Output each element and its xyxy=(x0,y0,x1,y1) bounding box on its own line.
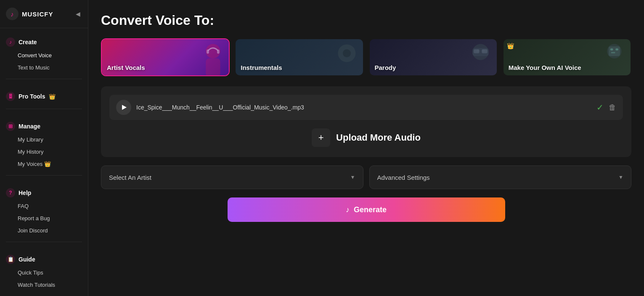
sidebar-item-faq[interactable]: FAQ xyxy=(0,200,88,212)
page-title: Convert Voice To: xyxy=(101,13,631,28)
category-card-parody[interactable]: Parody xyxy=(369,38,498,76)
divider-4 xyxy=(6,242,82,242)
create-section-icon: ♪ xyxy=(6,37,15,47)
track-filename: Ice_Spice___Munch__Feelin__U___Official_… xyxy=(136,104,591,111)
dropdowns-row: Select An Artist ▼ Advanced Settings ▼ xyxy=(101,165,631,189)
generate-button[interactable]: ♪ Generate xyxy=(228,197,505,222)
svg-point-5 xyxy=(343,49,351,57)
sidebar-item-join-discord[interactable]: Join Discord xyxy=(0,224,88,237)
guide-label: Guide xyxy=(19,256,35,263)
card-instrumentals-label: Instrumentals xyxy=(241,64,282,71)
sidebar-item-my-history[interactable]: My History xyxy=(0,146,88,158)
sidebar-section-create-header[interactable]: ♪ Create xyxy=(0,35,88,49)
card-artist-vocals-label: Artist Vocals xyxy=(107,64,145,71)
sidebar-item-my-library[interactable]: My Library xyxy=(0,133,88,146)
svg-rect-3 xyxy=(217,50,220,54)
upload-more-button[interactable]: + Upload More Audio xyxy=(109,127,623,149)
manage-icon: ⊞ xyxy=(6,122,15,131)
logo-group: ♪ MUSICFY xyxy=(6,8,53,20)
divider-1 xyxy=(6,79,82,79)
pro-tools-crown-icon: 👑 xyxy=(49,93,56,100)
category-card-artist-vocals[interactable]: Artist Vocals xyxy=(101,38,230,76)
svg-rect-15 xyxy=(616,48,619,51)
card-make-voice-crown: 👑 xyxy=(507,43,514,49)
svg-rect-13 xyxy=(609,46,620,56)
guide-icon: 📋 xyxy=(6,255,15,264)
upload-more-label: Upload More Audio xyxy=(336,132,421,143)
category-cards: Artist Vocals Instrumentals xyxy=(101,38,631,76)
pro-tools-label: Pro Tools xyxy=(19,93,45,100)
select-artist-arrow: ▼ xyxy=(350,174,355,180)
manage-label: Manage xyxy=(19,123,40,130)
audio-area: Ice_Spice___Munch__Feelin__U___Official_… xyxy=(101,86,631,157)
sidebar-section-manage: ⊞ Manage My Library My History My Voices… xyxy=(0,112,88,172)
advanced-settings-label: Advanced Settings xyxy=(377,174,430,181)
upload-plus-icon: + xyxy=(312,128,330,147)
card-parody-label: Parody xyxy=(375,64,396,71)
category-card-make-voice[interactable]: 👑 Make Your Own AI Voice xyxy=(503,38,631,76)
svg-rect-16 xyxy=(611,52,615,53)
app-name: MUSICFY xyxy=(22,11,53,18)
sidebar-section-pro-tools-header[interactable]: 🎛 Pro Tools 👑 xyxy=(0,89,88,104)
collapse-button[interactable]: ◀ xyxy=(74,9,82,19)
track-check-icon: ✓ xyxy=(596,102,604,112)
play-button[interactable] xyxy=(116,100,131,115)
help-label: Help xyxy=(19,189,31,196)
sidebar-section-help-header[interactable]: ? Help xyxy=(0,186,88,200)
svg-rect-14 xyxy=(610,48,613,51)
sidebar-item-quick-tips[interactable]: Quick Tips xyxy=(0,267,88,279)
sidebar: ♪ MUSICFY ◀ ♪ Create Convert Voice Text … xyxy=(0,0,88,296)
audio-track: Ice_Spice___Munch__Feelin__U___Official_… xyxy=(109,95,623,120)
app-logo-icon: ♪ xyxy=(6,8,19,20)
sidebar-section-guide: 📋 Guide Quick Tips Watch Tutorials xyxy=(0,245,88,293)
svg-rect-1 xyxy=(206,59,220,75)
sidebar-section-help: ? Help FAQ Report a Bug Join Discord xyxy=(0,179,88,238)
pro-tools-icon: 🎛 xyxy=(6,92,15,101)
track-delete-icon[interactable]: 🗑 xyxy=(609,103,616,112)
advanced-settings-dropdown[interactable]: Advanced Settings ▼ xyxy=(369,165,632,189)
sidebar-item-text-to-music[interactable]: Text to Music xyxy=(0,61,88,74)
generate-button-label: Generate xyxy=(354,205,387,214)
sidebar-section-guide-header[interactable]: 📋 Guide xyxy=(0,252,88,267)
svg-rect-10 xyxy=(474,49,479,53)
sidebar-item-convert-voice[interactable]: Convert Voice xyxy=(0,49,88,61)
sidebar-section-create: ♪ Create Convert Voice Text to Music xyxy=(0,28,88,75)
sidebar-item-my-voices[interactable]: My Voices 👑 xyxy=(0,158,88,170)
sidebar-section-pro-tools: 🎛 Pro Tools 👑 xyxy=(0,83,88,105)
my-voices-crown-icon: 👑 xyxy=(44,161,51,167)
sidebar-item-watch-tutorials[interactable]: Watch Tutorials xyxy=(0,279,88,291)
svg-rect-11 xyxy=(482,49,487,53)
select-artist-label: Select An Artist xyxy=(109,174,151,181)
main-content: Convert Voice To: Artist Vocals xyxy=(88,0,644,296)
select-artist-dropdown[interactable]: Select An Artist ▼ xyxy=(101,165,363,189)
sidebar-logo-area: ♪ MUSICFY ◀ xyxy=(0,0,88,28)
help-icon: ? xyxy=(6,188,15,197)
create-section-label: Create xyxy=(19,39,37,45)
generate-button-icon: ♪ xyxy=(346,205,350,214)
category-card-instrumentals[interactable]: Instrumentals xyxy=(235,38,363,76)
card-make-voice-label: Make Your Own AI Voice xyxy=(509,64,581,71)
advanced-settings-arrow: ▼ xyxy=(618,174,623,180)
sidebar-section-manage-header[interactable]: ⊞ Manage xyxy=(0,119,88,133)
svg-rect-2 xyxy=(207,50,209,54)
sidebar-item-report-bug[interactable]: Report a Bug xyxy=(0,212,88,224)
divider-2 xyxy=(6,109,82,109)
divider-3 xyxy=(6,175,82,176)
